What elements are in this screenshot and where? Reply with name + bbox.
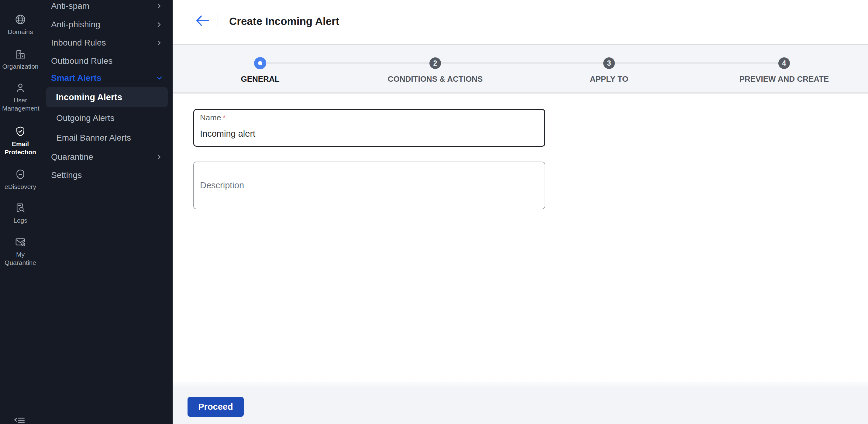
arrow-left-icon xyxy=(195,14,210,27)
main-area: Create Incoming Alert GENERAL 2 CONDITIO… xyxy=(173,0,868,424)
menu-item-label: Quarantine xyxy=(51,152,93,162)
menu-item-inbound-rules[interactable]: Inbound Rules xyxy=(0,37,173,49)
menu-item-smart-alerts[interactable]: Smart Alerts xyxy=(0,72,173,84)
menu-item-anti-spam[interactable]: Anti-spam xyxy=(0,0,173,12)
step-label: APPLY TO xyxy=(590,74,628,84)
mail-blocked-icon xyxy=(14,236,26,248)
menu-item-label: Smart Alerts xyxy=(51,73,101,83)
page-header: Create Incoming Alert xyxy=(173,0,868,44)
menu-item-label: Outgoing Alerts xyxy=(56,113,114,123)
menu-item-incoming-alerts[interactable]: Incoming Alerts xyxy=(46,87,168,107)
header-divider xyxy=(218,13,218,29)
chevron-right-icon xyxy=(156,3,162,9)
menu-item-email-banner-alerts[interactable]: Email Banner Alerts xyxy=(0,132,173,144)
required-asterisk: * xyxy=(222,113,225,122)
sidebar-item-my-quarantine[interactable]: My Quarantine xyxy=(0,236,41,267)
back-button[interactable] xyxy=(195,14,210,27)
step-circle: 2 xyxy=(429,57,441,69)
name-field-label: Name* xyxy=(200,113,225,122)
step-label: CONDITIONS & ACTIONS xyxy=(388,74,483,84)
collapse-sidebar-button[interactable] xyxy=(13,414,26,424)
name-field-value: Incoming alert xyxy=(200,129,255,139)
rail-item-label: User Management xyxy=(2,96,39,112)
menu-item-label: Settings xyxy=(51,170,82,180)
chevron-right-icon xyxy=(156,39,162,46)
menu-item-outgoing-alerts[interactable]: Outgoing Alerts xyxy=(0,112,173,124)
menu-item-outbound-rules[interactable]: Outbound Rules xyxy=(0,55,173,67)
menu-item-label: Inbound Rules xyxy=(51,38,106,48)
stepper-connector-line xyxy=(260,62,784,64)
menu-item-label: Outbound Rules xyxy=(51,56,113,66)
description-placeholder: Description xyxy=(200,181,244,190)
footer-bar: Proceed xyxy=(173,382,868,424)
chevron-right-icon xyxy=(156,21,162,28)
sidebar-item-logs[interactable]: Logs xyxy=(0,202,41,224)
step-active-dot xyxy=(258,61,262,65)
menu-item-label: Anti-phishing xyxy=(51,20,100,29)
step-label: GENERAL xyxy=(241,74,279,84)
name-label-text: Name xyxy=(200,113,221,122)
page-title: Create Incoming Alert xyxy=(229,15,339,27)
step-label: PREVIEW AND CREATE xyxy=(739,74,829,84)
document-search-icon xyxy=(14,202,26,214)
menu-item-settings[interactable]: Settings xyxy=(0,169,173,181)
create-incoming-alert-page: Domains Organization User Management xyxy=(0,0,868,424)
step-circle: 3 xyxy=(603,57,615,69)
menu-item-label: Email Banner Alerts xyxy=(56,133,131,143)
proceed-button[interactable]: Proceed xyxy=(188,397,244,417)
rail-item-label: Logs xyxy=(13,216,27,224)
name-input[interactable]: Name* Incoming alert xyxy=(193,109,545,147)
menu-item-label: Anti-spam xyxy=(51,1,89,11)
description-textarea[interactable]: Description xyxy=(193,162,545,209)
form-content: Name* Incoming alert Description xyxy=(173,95,868,382)
step-circle-active xyxy=(254,57,266,69)
collapse-sidebar-icon xyxy=(13,414,26,424)
menu-item-label: Incoming Alerts xyxy=(56,92,122,102)
step-circle: 4 xyxy=(778,57,790,69)
menu-item-quarantine[interactable]: Quarantine xyxy=(0,151,173,163)
sidebar: Domains Organization User Management xyxy=(0,0,173,424)
rail-item-label: eDiscovery xyxy=(5,183,36,191)
chevron-right-icon xyxy=(156,154,162,160)
rail-item-label: My Quarantine xyxy=(2,250,39,267)
menu-item-anti-phishing[interactable]: Anti-phishing xyxy=(0,19,173,31)
sidebar-item-user-management[interactable]: User Management xyxy=(0,82,41,112)
chevron-down-icon xyxy=(156,74,163,82)
wizard-stepper: GENERAL 2 CONDITIONS & ACTIONS 3 APPLY T… xyxy=(173,44,868,94)
